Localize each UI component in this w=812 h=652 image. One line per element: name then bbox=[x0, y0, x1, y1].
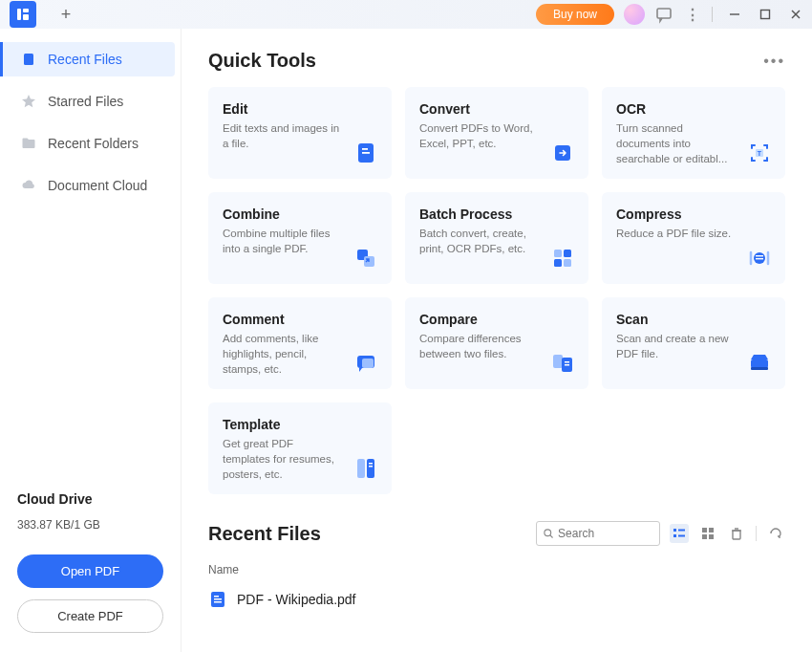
quick-tool-template[interactable]: Template Get great PDF templates for res… bbox=[208, 402, 392, 494]
name-column-header: Name bbox=[208, 557, 785, 582]
buy-now-button[interactable]: Buy now bbox=[536, 4, 614, 25]
svg-rect-22 bbox=[756, 255, 763, 256]
svg-rect-45 bbox=[709, 534, 714, 539]
card-title: Edit bbox=[223, 101, 377, 117]
svg-rect-50 bbox=[214, 601, 222, 603]
svg-rect-42 bbox=[702, 528, 707, 532]
recent-files-title: Recent Files bbox=[208, 523, 321, 545]
card-title: Comment bbox=[223, 312, 377, 327]
svg-rect-29 bbox=[565, 364, 569, 366]
svg-rect-3 bbox=[657, 9, 671, 18]
grid-view-button[interactable] bbox=[698, 524, 717, 543]
svg-text:T: T bbox=[758, 150, 762, 157]
cloud-drive-usage: 383.87 KB/1 GB bbox=[17, 518, 163, 532]
svg-rect-30 bbox=[751, 359, 768, 368]
profile-orb-icon[interactable] bbox=[624, 4, 645, 25]
svg-rect-19 bbox=[554, 259, 562, 267]
svg-rect-26 bbox=[553, 355, 563, 368]
star-icon bbox=[21, 94, 36, 109]
cloud-icon bbox=[21, 178, 36, 193]
svg-line-37 bbox=[550, 535, 553, 538]
svg-rect-28 bbox=[565, 361, 569, 363]
minimize-button[interactable] bbox=[728, 8, 741, 21]
sidebar-item-document-cloud[interactable]: Document Cloud bbox=[6, 168, 175, 203]
svg-rect-10 bbox=[362, 148, 368, 150]
quick-tool-edit[interactable]: Edit Edit texts and images in a file. bbox=[208, 87, 392, 179]
svg-rect-20 bbox=[564, 259, 571, 267]
open-pdf-button[interactable]: Open PDF bbox=[17, 554, 163, 588]
recent-file-name: PDF - Wikipedia.pdf bbox=[237, 592, 355, 607]
svg-rect-31 bbox=[751, 367, 768, 370]
search-input[interactable] bbox=[558, 527, 653, 540]
svg-rect-11 bbox=[362, 152, 370, 154]
sidebar-item-recent-files[interactable]: Recent Files bbox=[0, 42, 175, 76]
cloud-drive-panel: Cloud Drive 383.87 KB/1 GB Open PDF Crea… bbox=[0, 491, 181, 652]
titlebar: + Buy now ⋮ bbox=[0, 0, 812, 29]
svg-point-36 bbox=[545, 530, 551, 536]
delete-button[interactable] bbox=[727, 524, 746, 543]
svg-rect-33 bbox=[367, 459, 374, 478]
svg-rect-8 bbox=[24, 54, 33, 65]
combine-icon bbox=[353, 245, 379, 272]
refresh-button[interactable] bbox=[766, 524, 785, 543]
compare-icon bbox=[549, 350, 576, 377]
card-title: Template bbox=[223, 417, 377, 432]
svg-rect-46 bbox=[733, 531, 740, 539]
quick-tool-convert[interactable]: Convert Convert PDFs to Word, Excel, PPT… bbox=[405, 87, 588, 179]
edit-icon bbox=[353, 140, 379, 166]
create-pdf-button[interactable]: Create PDF bbox=[17, 599, 163, 633]
feedback-icon[interactable] bbox=[654, 5, 673, 24]
svg-rect-34 bbox=[369, 463, 373, 465]
card-title: Batch Process bbox=[419, 206, 574, 222]
batch-icon bbox=[549, 245, 576, 272]
quick-tools-title: Quick Tools bbox=[208, 50, 316, 72]
search-icon bbox=[543, 527, 554, 540]
svg-rect-44 bbox=[702, 534, 707, 539]
ocr-icon: T bbox=[746, 140, 773, 166]
svg-rect-5 bbox=[761, 11, 770, 19]
more-options-icon[interactable]: ••• bbox=[763, 53, 785, 70]
svg-rect-41 bbox=[678, 535, 685, 537]
svg-rect-49 bbox=[214, 598, 222, 600]
svg-rect-23 bbox=[756, 258, 763, 259]
cloud-drive-title: Cloud Drive bbox=[17, 491, 163, 507]
card-title: Combine bbox=[223, 206, 377, 222]
sidebar-item-recent-folders[interactable]: Recent Folders bbox=[6, 126, 175, 161]
file-icon bbox=[21, 52, 36, 67]
sidebar-item-starred-files[interactable]: Starred Files bbox=[6, 84, 175, 119]
main-content: Quick Tools ••• Edit Edit texts and imag… bbox=[182, 29, 812, 652]
svg-rect-39 bbox=[678, 530, 685, 532]
quick-tool-compress[interactable]: Compress Reduce a PDF file size. bbox=[602, 192, 785, 284]
quick-tool-batch-process[interactable]: Batch Process Batch convert, create, pri… bbox=[405, 192, 588, 284]
controls-divider bbox=[756, 526, 757, 541]
titlebar-divider bbox=[712, 7, 713, 22]
sidebar-item-label: Document Cloud bbox=[48, 178, 147, 193]
svg-rect-2 bbox=[23, 14, 29, 20]
quick-tool-comment[interactable]: Comment Add comments, like highlights, p… bbox=[208, 297, 392, 389]
close-button[interactable] bbox=[789, 8, 802, 21]
svg-rect-0 bbox=[17, 9, 21, 20]
card-title: Compress bbox=[616, 206, 771, 222]
recent-file-item[interactable]: PDF - Wikipedia.pdf bbox=[208, 582, 785, 617]
quick-tool-compare[interactable]: Compare Compare differences between two … bbox=[405, 297, 588, 389]
template-icon bbox=[353, 455, 379, 482]
sidebar-item-label: Recent Files bbox=[48, 52, 122, 67]
card-title: OCR bbox=[616, 101, 771, 117]
app-logo-icon bbox=[10, 1, 36, 28]
kebab-menu-icon[interactable]: ⋮ bbox=[683, 5, 702, 24]
quick-tool-scan[interactable]: Scan Scan and create a new PDF file. bbox=[602, 297, 785, 389]
quick-tool-combine[interactable]: Combine Combine multiple files into a si… bbox=[208, 192, 392, 284]
svg-rect-1 bbox=[23, 9, 29, 12]
list-view-button[interactable] bbox=[670, 524, 689, 543]
svg-rect-18 bbox=[564, 250, 571, 257]
svg-rect-38 bbox=[673, 529, 676, 532]
card-description: Reduce a PDF file size. bbox=[616, 226, 771, 241]
search-box[interactable] bbox=[536, 521, 660, 546]
quick-tool-ocr[interactable]: OCR Turn scanned documents into searchab… bbox=[602, 87, 785, 179]
maximize-button[interactable] bbox=[759, 8, 772, 21]
svg-rect-40 bbox=[673, 534, 676, 537]
pdf-file-icon bbox=[208, 590, 227, 609]
comment-icon bbox=[353, 350, 379, 377]
svg-rect-48 bbox=[214, 596, 219, 598]
new-tab-button[interactable]: + bbox=[53, 2, 78, 27]
